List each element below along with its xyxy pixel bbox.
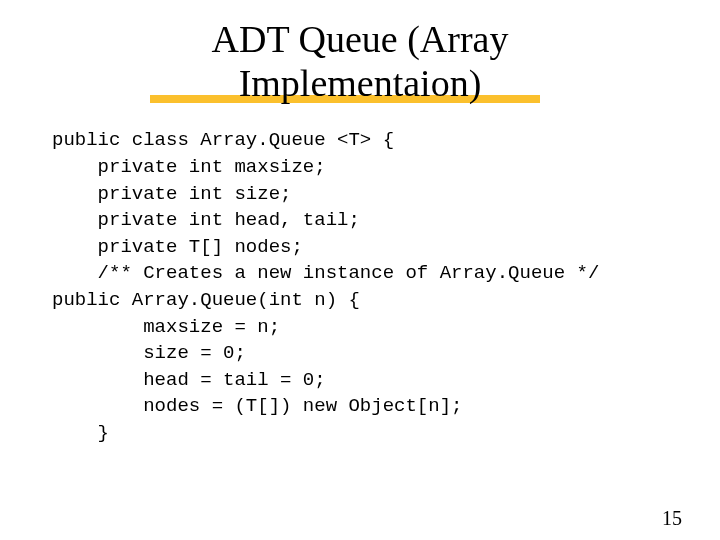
code-line: private int head, tail; bbox=[52, 209, 360, 231]
code-line: nodes = (T[]) new Object[n]; bbox=[52, 395, 462, 417]
code-line: private int maxsize; bbox=[52, 156, 326, 178]
code-line: public Array.Queue(int n) { bbox=[52, 289, 360, 311]
page-number: 15 bbox=[662, 507, 682, 530]
code-line: maxsize = n; bbox=[52, 316, 280, 338]
code-line: head = tail = 0; bbox=[52, 369, 326, 391]
code-block: public class Array.Queue <T> { private i… bbox=[52, 127, 720, 446]
title-block: ADT Queue (Array Implementaion) bbox=[80, 18, 640, 105]
slide-title: ADT Queue (Array Implementaion) bbox=[80, 18, 640, 105]
code-line: public class Array.Queue <T> { bbox=[52, 129, 394, 151]
code-line: /** Creates a new instance of Array.Queu… bbox=[52, 262, 599, 284]
title-line-2: Implementaion) bbox=[239, 62, 482, 104]
code-line: private int size; bbox=[52, 183, 291, 205]
code-line: } bbox=[52, 422, 109, 444]
title-line-1: ADT Queue (Array bbox=[212, 18, 509, 60]
slide: ADT Queue (Array Implementaion) public c… bbox=[0, 18, 720, 540]
code-line: size = 0; bbox=[52, 342, 246, 364]
code-line: private T[] nodes; bbox=[52, 236, 303, 258]
